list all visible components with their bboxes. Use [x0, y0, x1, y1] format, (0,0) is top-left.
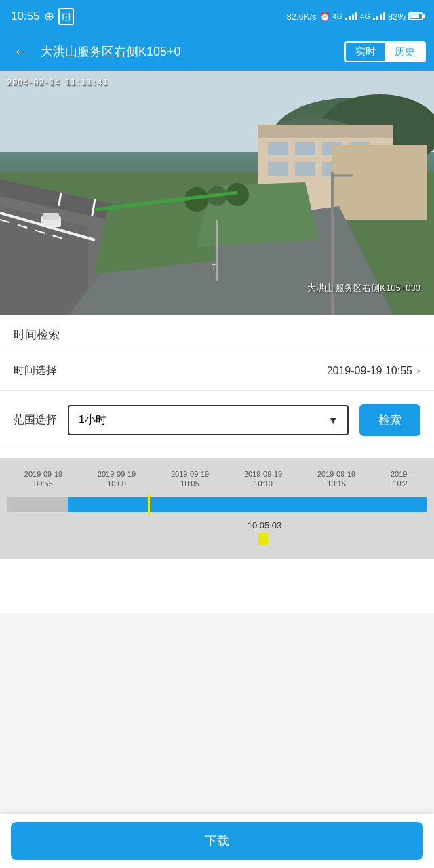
- range-select-dropdown[interactable]: 1小时 ▼: [68, 405, 349, 435]
- svg-rect-15: [295, 142, 315, 155]
- time-value-display[interactable]: 2019-09-19 10:55 ›: [327, 363, 420, 378]
- timeline-labels: 2019-09-1909:55 2019-09-1910:00 2019-09-…: [0, 469, 434, 489]
- bottom-spacer: [0, 559, 434, 613]
- dropdown-arrow-icon: ▼: [328, 415, 338, 426]
- camera-label: 大洪山 服务区右侧K105+030: [307, 282, 420, 294]
- network-type-1: 4G: [333, 12, 343, 20]
- svg-text:↑: ↑: [210, 258, 217, 273]
- range-select-value: 1小时: [79, 413, 106, 427]
- tab-realtime[interactable]: 实时: [346, 43, 385, 61]
- content-area: 时间检索 时间选择 2019-09-19 10:55 › 范围选择 1小时 ▼ …: [0, 315, 434, 613]
- section-title-time-search: 时间检索: [0, 315, 434, 351]
- status-left: 10:55 ⊕ ⊡: [11, 8, 74, 25]
- header-tabs: 实时 历史: [344, 41, 426, 62]
- app-header: ← 大洪山服务区右侧K105+0 实时 历史: [0, 33, 434, 71]
- svg-rect-13: [258, 125, 393, 138]
- plus-icon: ⊕: [44, 9, 54, 24]
- svg-rect-14: [268, 142, 288, 155]
- time-value-text: 2019-09-19 10:55: [327, 365, 412, 377]
- timeline-label-5: 2019-10:2: [391, 469, 410, 489]
- chevron-right-icon: ›: [416, 363, 420, 378]
- svg-rect-19: [295, 162, 315, 176]
- svg-rect-18: [268, 162, 288, 176]
- svg-rect-22: [332, 145, 427, 220]
- camera-view: ↑ 2004-02-14 11:11:41 大洪山 服务区右侧K105+030: [0, 71, 434, 315]
- signal-bars-2: [373, 12, 385, 20]
- signal-bars-1: [345, 12, 357, 20]
- timeline-label-3: 2019-09-1910:10: [244, 469, 282, 489]
- timeline-label-1: 2019-09-1910:00: [98, 469, 136, 489]
- timeline-area: 2019-09-1909:55 2019-09-1910:00 2019-09-…: [0, 458, 434, 559]
- back-button[interactable]: ←: [8, 40, 34, 63]
- timeline-label-0: 2019-09-1909:55: [24, 469, 62, 489]
- timeline-cursor-handle[interactable]: [258, 533, 268, 545]
- speed-indicator: 82.6K/s: [287, 12, 317, 22]
- alarm-icon: ⏰: [319, 12, 330, 22]
- download-button[interactable]: 下载: [11, 822, 423, 860]
- timeline-active-segment: [68, 497, 427, 512]
- camera-feed-svg: ↑: [0, 71, 434, 315]
- battery-percent: 82%: [388, 12, 406, 22]
- time-label: 时间选择: [14, 363, 57, 378]
- timeline-label-2: 2019-09-1910:05: [171, 469, 209, 489]
- tab-history[interactable]: 历史: [385, 43, 425, 61]
- time-selector-row[interactable]: 时间选择 2019-09-19 10:55 ›: [0, 351, 434, 391]
- timeline-cursor: [148, 494, 150, 515]
- download-area: 下载: [0, 814, 434, 868]
- timeline-label-4: 2019-09-1910:15: [317, 469, 355, 489]
- camera-timestamp: 2004-02-14 11:11:41: [7, 77, 108, 87]
- range-selector-row: 范围选择 1小时 ▼ 检索: [0, 391, 434, 450]
- status-right: 82.6K/s ⏰ 4G 4G 82%: [287, 12, 424, 22]
- header-title: 大洪山服务区右侧K105+0: [41, 43, 338, 60]
- status-time: 10:55: [11, 9, 40, 23]
- battery-fill: [410, 14, 419, 18]
- battery-icon: [408, 12, 423, 20]
- timeline-bar[interactable]: [7, 494, 427, 515]
- screenshot-icon: ⊡: [58, 8, 74, 25]
- status-bar: 10:55 ⊕ ⊡ 82.6K/s ⏰ 4G 4G 82%: [0, 0, 434, 33]
- search-button[interactable]: 检索: [359, 404, 420, 436]
- timeline-current-time: 10:05:03: [47, 520, 434, 530]
- range-label: 范围选择: [14, 413, 57, 427]
- svg-rect-31: [43, 213, 59, 220]
- network-type-2: 4G: [360, 12, 370, 20]
